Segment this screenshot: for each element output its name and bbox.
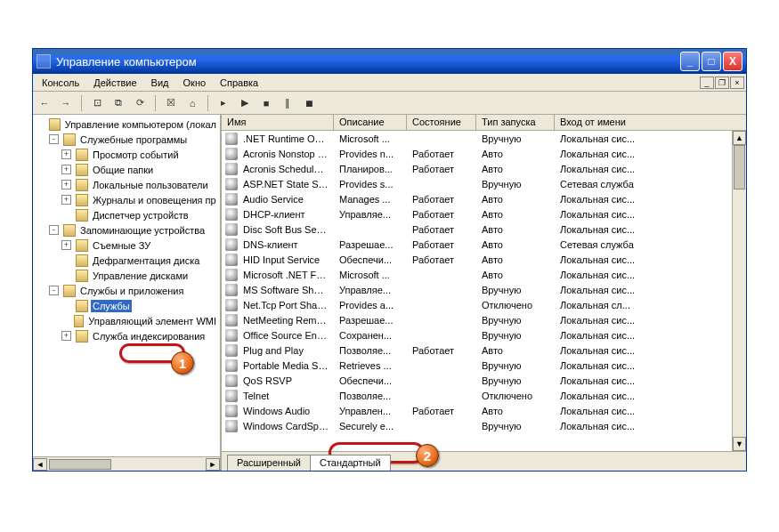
col-name[interactable]: Имя xyxy=(222,115,334,130)
tree-item[interactable]: Дефрагментация диска xyxy=(35,253,218,268)
service-row[interactable]: Net.Tcp Port Sharin...Provides a...Отклю… xyxy=(222,297,746,312)
tree-h-scrollbar[interactable]: ◄ ► xyxy=(33,456,220,471)
menu-console[interactable]: Консоль xyxy=(35,76,86,90)
tb-fwd-icon[interactable]: → xyxy=(58,95,74,111)
tb-pause-icon[interactable]: ‖ xyxy=(280,95,296,111)
titlebar[interactable]: Управление компьютером _ □ X xyxy=(33,49,746,74)
scroll-left-icon[interactable]: ◄ xyxy=(33,458,47,471)
service-row[interactable]: NetMeeting Remot...Разрешае...ВручнуюЛок… xyxy=(222,312,746,327)
mdi-restore[interactable]: ❐ xyxy=(715,77,729,89)
service-row[interactable]: Plug and PlayПозволяе...РаботаетАвтоЛока… xyxy=(222,343,746,358)
tab-extended[interactable]: Расширенный xyxy=(227,455,311,471)
service-row[interactable]: MS Software Shado...Управляе...ВручнуюЛо… xyxy=(222,282,746,297)
service-row[interactable]: HID Input ServiceОбеспечи...РаботаетАвто… xyxy=(222,252,746,267)
tree-pane[interactable]: Управление компьютером (локал-Служебные … xyxy=(33,115,222,471)
scroll-right-icon[interactable]: ► xyxy=(206,458,220,471)
service-row[interactable]: Windows CardSpaceSecurely e...ВручнуюЛок… xyxy=(222,418,746,433)
service-row[interactable]: Windows AudioУправлен...РаботаетАвтоЛока… xyxy=(222,403,746,418)
service-row[interactable]: DHCP-клиентУправляе...РаботаетАвтоЛокаль… xyxy=(222,206,746,222)
scroll-down-icon[interactable]: ▼ xyxy=(733,437,746,451)
expand-icon[interactable]: + xyxy=(61,240,71,250)
menu-help[interactable]: Справка xyxy=(213,76,265,90)
expand-icon[interactable]: + xyxy=(61,165,71,174)
menu-window[interactable]: Окно xyxy=(176,76,214,90)
tb-props-icon[interactable]: ⧉ xyxy=(110,95,126,111)
col-desc[interactable]: Описание xyxy=(334,115,407,130)
tree-label: Службы и приложения xyxy=(78,285,185,297)
cell: Управлен... xyxy=(334,406,407,416)
tab-standard[interactable]: Стандартный xyxy=(310,455,391,471)
service-row[interactable]: Portable Media Seri...Retrieves ...Вручн… xyxy=(222,358,746,373)
tree-item[interactable]: Управляющий элемент WMI xyxy=(35,313,218,328)
tb-refresh-icon[interactable]: ⟳ xyxy=(132,95,148,111)
scroll-up-icon[interactable]: ▲ xyxy=(733,131,746,145)
col-startup[interactable]: Тип запуска xyxy=(476,115,555,130)
tb-back-icon[interactable]: ← xyxy=(37,95,53,111)
tree-item[interactable]: +Локальные пользователи xyxy=(35,177,218,192)
col-state[interactable]: Состояние xyxy=(407,115,476,130)
scroll-thumb[interactable] xyxy=(49,459,111,470)
tb-up-icon[interactable]: ⊡ xyxy=(89,95,105,111)
tree-item[interactable]: Управление компьютером (локал xyxy=(35,117,218,132)
cell: Авто xyxy=(476,270,555,280)
service-row[interactable]: DNS-клиентРазрешае...РаботаетАвтоСетевая… xyxy=(222,237,746,252)
col-logon[interactable]: Вход от имени xyxy=(555,115,746,130)
service-row[interactable]: Microsoft .NET Fra...Microsoft ...АвтоЛо… xyxy=(222,267,746,282)
tree-item[interactable]: +Служба индексирования xyxy=(35,328,218,343)
mdi-close[interactable]: × xyxy=(730,77,744,89)
service-row[interactable]: .NET Runtime Opti...Microsoft ...Вручную… xyxy=(222,131,746,146)
service-row[interactable]: QoS RSVPОбеспечи...ВручнуюЛокальная сис.… xyxy=(222,373,746,388)
tree-item[interactable]: -Служебные программы xyxy=(35,132,218,147)
tree-item[interactable]: +Просмотр событий xyxy=(35,147,218,162)
v-scrollbar[interactable]: ▲ ▼ xyxy=(732,131,746,451)
tb-restart-icon[interactable]: ⏹ xyxy=(301,95,317,111)
expand-icon[interactable]: + xyxy=(61,149,71,159)
cell: Локальная сис... xyxy=(555,391,661,401)
expand-icon[interactable]: + xyxy=(61,180,71,189)
minimize-button[interactable]: _ xyxy=(680,52,700,71)
gear-icon xyxy=(225,269,238,281)
tree-item[interactable]: +Съемные ЗУ xyxy=(35,238,218,253)
tree-item[interactable]: -Службы и приложения xyxy=(35,283,218,298)
scroll-thumb[interactable] xyxy=(734,145,745,189)
collapse-icon[interactable]: - xyxy=(49,225,59,235)
service-row[interactable]: Audio ServiceManages ...РаботаетАвтоЛока… xyxy=(222,191,746,206)
service-row[interactable]: Acronis Nonstop Ba...Provides n...Работа… xyxy=(222,146,746,161)
menu-action[interactable]: Действие xyxy=(86,76,143,90)
tree-label: Дефрагментация диска xyxy=(91,254,201,267)
tb-stop-icon[interactable]: ■ xyxy=(258,95,274,111)
service-row[interactable]: Disc Soft Bus ServiceРаботаетАвтоЛокальн… xyxy=(222,222,746,237)
service-row[interactable]: Acronis Scheduler2 ...Планиров...Работае… xyxy=(222,161,746,176)
menu-view[interactable]: Вид xyxy=(144,76,176,90)
tree-item[interactable]: -Запоминающие устройства xyxy=(35,222,218,238)
service-row[interactable]: Office Source EngineСохранен...ВручнуюЛо… xyxy=(222,327,746,343)
maximize-button[interactable]: □ xyxy=(702,52,721,71)
cell: Работает xyxy=(407,209,476,220)
tree-spacer xyxy=(61,210,71,220)
cell: Вручную xyxy=(476,179,555,189)
mdi-minimize[interactable]: _ xyxy=(700,77,714,89)
tb-start-icon[interactable]: ▶ xyxy=(237,95,253,111)
cell: Audio Service xyxy=(238,194,334,205)
window-title: Управление компьютером xyxy=(56,55,197,69)
list-pane: Имя Описание Состояние Тип запуска Вход … xyxy=(222,115,746,471)
tree-item[interactable]: Диспетчер устройств xyxy=(35,207,218,222)
expand-icon[interactable]: + xyxy=(61,331,71,341)
tree-item[interactable]: +Журналы и оповещения пр xyxy=(35,192,218,207)
list-body[interactable]: .NET Runtime Opti...Microsoft ...Вручную… xyxy=(222,131,746,451)
tree-node-icon xyxy=(76,164,88,176)
collapse-icon[interactable]: - xyxy=(49,134,59,144)
cell: Работает xyxy=(407,406,476,416)
collapse-icon[interactable]: - xyxy=(49,286,59,295)
service-row[interactable]: TelnetПозволяе...ОтключеноЛокальная сис.… xyxy=(222,388,746,403)
tree-item[interactable]: Управление дисками xyxy=(35,268,218,283)
tb-export-icon[interactable]: ☒ xyxy=(163,95,179,111)
tb-play-icon[interactable]: ▸ xyxy=(215,95,231,111)
tb-help-icon[interactable]: ⌂ xyxy=(184,95,200,111)
tree-item[interactable]: +Общие папки xyxy=(35,162,218,177)
service-row[interactable]: ASP.NET State Ser...Provides s...Вручную… xyxy=(222,176,746,191)
tree-item[interactable]: Службы xyxy=(35,298,218,313)
close-button[interactable]: X xyxy=(723,52,742,71)
expand-icon[interactable]: + xyxy=(61,195,71,205)
gear-icon xyxy=(225,193,238,206)
